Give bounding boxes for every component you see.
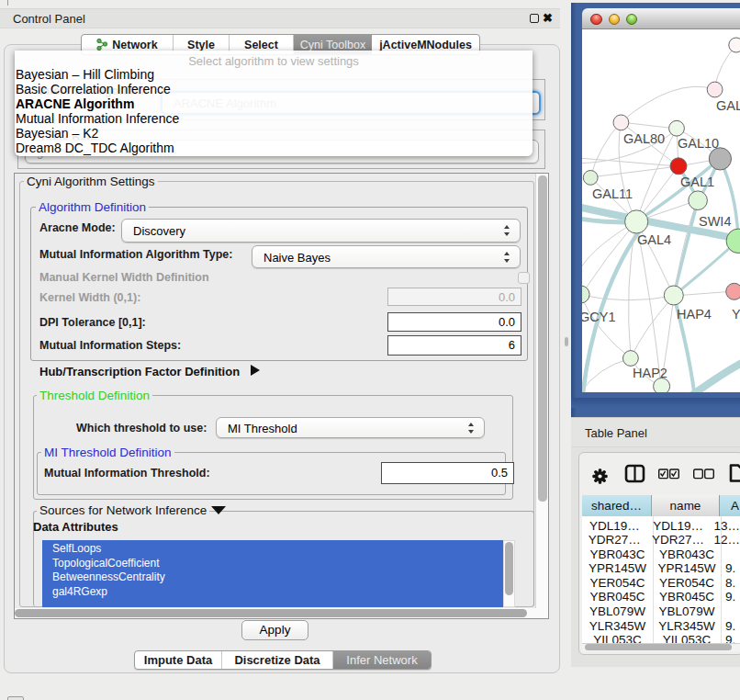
svg-text:GAL1: GAL1 — [680, 175, 714, 189]
svg-text:SWI4: SWI4 — [699, 214, 731, 229]
svg-text:HAP4: HAP4 — [677, 307, 712, 322]
svg-text:GAL11: GAL11 — [592, 186, 633, 201]
svg-text:GCY1: GCY1 — [582, 310, 616, 324]
svg-text:GAL4: GAL4 — [637, 232, 671, 247]
svg-text:GAL80: GAL80 — [623, 131, 665, 146]
svg-text:YJ: YJ — [732, 307, 740, 322]
svg-text:HAP2: HAP2 — [633, 366, 667, 380]
svg-text:GAL7: GAL7 — [716, 98, 740, 113]
svg-text:GAL10: GAL10 — [678, 136, 719, 151]
